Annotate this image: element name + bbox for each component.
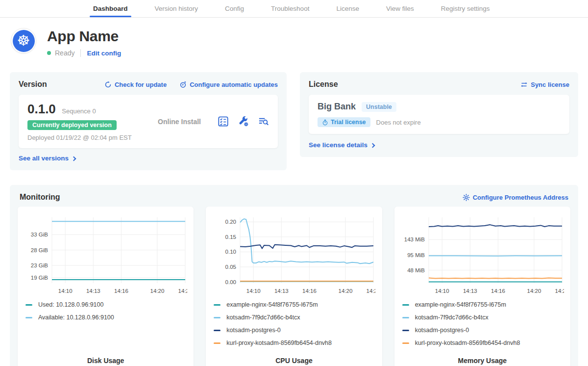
legend-label: kurl-proxy-kotsadm-8569fb6454-dnvh8 xyxy=(415,340,520,346)
disk-usage-chart-card: 14:1014:1314:1614:2014:2333 GiB28 GiB23 … xyxy=(18,207,194,366)
legend-label: kotsadm-postgres-0 xyxy=(415,327,469,334)
legend-label: example-nginx-54f8f76755-l675m xyxy=(226,301,318,308)
monitoring-panel: Monitoring Configure Prometheus Address … xyxy=(10,185,578,366)
sync-license-button[interactable]: Sync license xyxy=(520,81,569,88)
sequence-label: Sequence 0 xyxy=(62,107,96,115)
legend-dash xyxy=(214,317,220,318)
see-license-details-label: See license details xyxy=(309,141,368,149)
svg-text:14:10: 14:10 xyxy=(58,288,73,294)
legend-label: kotsadm-7f9dc7d66c-b4tcx xyxy=(226,314,300,321)
tab-config[interactable]: Config xyxy=(221,0,247,17)
tab-troubleshoot[interactable]: Troubleshoot xyxy=(268,0,313,17)
svg-text:14:20: 14:20 xyxy=(150,288,165,294)
svg-text:0.00: 0.00 xyxy=(225,279,236,285)
tab-version-history[interactable]: Version history xyxy=(151,0,202,17)
status-ready-dot xyxy=(47,51,51,55)
license-name: Big Bank xyxy=(318,102,356,112)
see-license-details-link[interactable]: See license details xyxy=(309,141,374,149)
configure-prometheus-label: Configure Prometheus Address xyxy=(473,194,568,201)
svg-text:48 MiB: 48 MiB xyxy=(407,267,425,273)
legend-dash xyxy=(402,342,409,344)
legend-dash xyxy=(402,317,409,318)
legend-dash xyxy=(214,342,220,344)
chart-title: Disk Usage xyxy=(24,357,188,365)
divider xyxy=(80,49,81,57)
svg-text:14:23: 14:23 xyxy=(178,288,187,294)
svg-text:0.10: 0.10 xyxy=(225,249,236,255)
version-panel: Version Check for update Configure autom… xyxy=(10,72,287,170)
channel-badge: Unstable xyxy=(362,102,396,112)
preflight-checklist-icon[interactable] xyxy=(218,116,229,127)
svg-text:0.15: 0.15 xyxy=(225,234,236,240)
svg-text:0.20: 0.20 xyxy=(225,219,236,225)
see-all-versions-link[interactable]: See all versions xyxy=(19,155,75,162)
check-for-update-button[interactable]: Check for update xyxy=(104,81,167,88)
sync-license-label: Sync license xyxy=(531,81,569,88)
svg-text:33 GiB: 33 GiB xyxy=(31,232,48,237)
tab-view-files[interactable]: View files xyxy=(383,0,417,17)
expiry-text: Does not expire xyxy=(376,119,421,126)
legend-item: kurl-proxy-kotsadm-8569fb6454-dnvh8 xyxy=(400,339,564,347)
legend-dash xyxy=(402,330,409,331)
top-nav: Dashboard Version history Config Trouble… xyxy=(0,0,588,18)
legend-item: example-nginx-54f8f76755-l675m xyxy=(212,301,376,309)
app-icon-ring: ☸ xyxy=(11,28,36,53)
configure-automatic-updates-button[interactable]: Configure automatic updates xyxy=(179,81,278,88)
chart-title: CPU Usage xyxy=(212,357,376,365)
license-details-card: Big Bank Unstable Trial license Does not… xyxy=(309,95,569,134)
svg-text:23 GiB: 23 GiB xyxy=(31,262,48,268)
legend-label: kurl-proxy-kotsadm-8569fb6454-dnvh8 xyxy=(226,340,332,346)
svg-text:14:20: 14:20 xyxy=(527,288,541,294)
see-all-versions-label: See all versions xyxy=(19,155,69,162)
license-panel: License Sync license Big Bank Unstable T… xyxy=(300,72,578,157)
clock-refresh-icon xyxy=(179,81,187,88)
cpu-usage-plot: 14:1014:1314:1614:2014:230.200.150.100.0… xyxy=(212,212,376,297)
gear-icon xyxy=(463,194,470,201)
deployed-timestamp: Deployed 01/19/22 @ 02:04 pm EST xyxy=(27,134,141,141)
legend-item: kotsadm-postgres-0 xyxy=(400,326,564,334)
license-panel-title: License xyxy=(309,80,338,89)
legend-dash xyxy=(25,304,32,306)
svg-text:143 MiB: 143 MiB xyxy=(404,236,425,242)
memory-usage-plot: 14:1014:1314:1614:2014:23143 MiB95 MiB48… xyxy=(400,212,564,297)
memory-usage-chart-card: 14:1014:1314:1614:2014:23143 MiB95 MiB48… xyxy=(394,207,570,366)
monitoring-title: Monitoring xyxy=(20,193,60,202)
legend-item: kotsadm-7f9dc7d66c-b4tcx xyxy=(212,314,376,321)
wrench-gear-icon[interactable] xyxy=(238,116,249,127)
tab-license[interactable]: License xyxy=(333,0,363,17)
stopwatch-icon xyxy=(322,119,328,126)
legend-label: kotsadm-postgres-0 xyxy=(226,327,280,334)
chart-title: Memory Usage xyxy=(400,357,564,365)
svg-text:14:16: 14:16 xyxy=(302,288,317,294)
svg-text:14:16: 14:16 xyxy=(491,288,505,294)
chevron-right-icon xyxy=(72,156,76,161)
legend-item: Available: 10.128.0.96:9100 xyxy=(24,314,188,321)
legend-item: kurl-proxy-kotsadm-8569fb6454-dnvh8 xyxy=(212,339,376,347)
configure-prometheus-button[interactable]: Configure Prometheus Address xyxy=(463,194,568,201)
legend-item: example-nginx-54f8f76755-l675m xyxy=(400,301,564,309)
svg-text:0.05: 0.05 xyxy=(225,264,236,270)
kubernetes-wheel-icon: ☸ xyxy=(13,30,35,52)
refresh-icon xyxy=(104,81,112,88)
svg-text:14:16: 14:16 xyxy=(114,288,128,294)
version-number: 0.1.0 xyxy=(27,102,56,116)
disk-usage-plot: 14:1014:1314:1614:2014:2333 GiB28 GiB23 … xyxy=(24,212,188,297)
svg-text:14:13: 14:13 xyxy=(86,288,100,294)
legend-label: Available: 10.128.0.96:9100 xyxy=(38,314,114,321)
deployed-badge: Currently deployed version xyxy=(27,120,117,130)
configure-automatic-updates-label: Configure automatic updates xyxy=(190,81,278,88)
tab-dashboard[interactable]: Dashboard xyxy=(90,0,131,17)
svg-text:14:20: 14:20 xyxy=(339,288,353,294)
svg-text:28 GiB: 28 GiB xyxy=(31,247,48,253)
svg-text:19 GiB: 19 GiB xyxy=(31,275,48,281)
tab-registry-settings[interactable]: Registry settings xyxy=(438,0,493,17)
edit-config-link[interactable]: Edit config xyxy=(87,50,121,57)
svg-text:14:23: 14:23 xyxy=(555,288,564,294)
trial-license-badge: Trial license xyxy=(318,117,370,127)
logs-magnifier-icon[interactable] xyxy=(258,116,269,127)
svg-text:14:13: 14:13 xyxy=(463,288,477,294)
svg-text:95 MiB: 95 MiB xyxy=(407,252,425,258)
svg-text:14:23: 14:23 xyxy=(367,288,375,294)
cpu-usage-chart-card: 14:1014:1314:1614:2014:230.200.150.100.0… xyxy=(206,207,382,366)
app-header: ☸ App Name Ready Edit config xyxy=(0,18,588,69)
